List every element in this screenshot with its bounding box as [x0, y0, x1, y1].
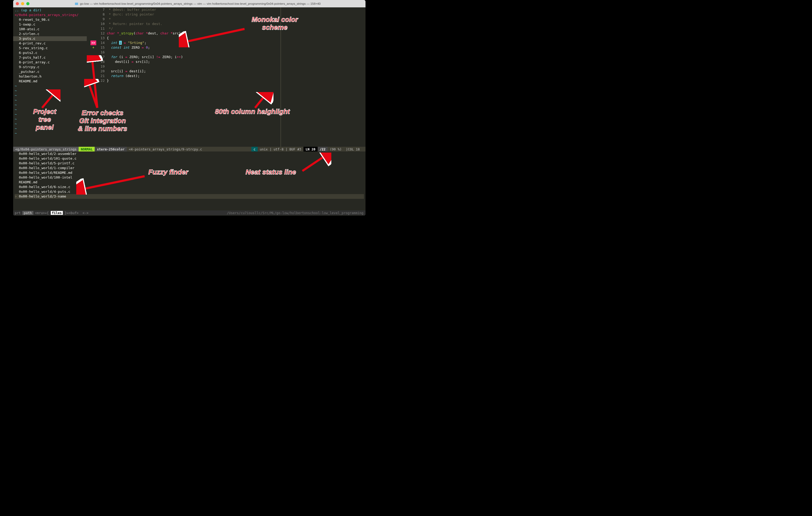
tree-file[interactable]: 9-strcpy.c [13, 65, 87, 69]
empty-line-tilde: ~ [13, 112, 87, 117]
titlebar: go-low — vim holbertonschool-low-level_p… [13, 0, 366, 7]
fuzzy-result[interactable]: 0x00-hello_world/2-assembler [15, 151, 364, 156]
fuzzy-result[interactable]: 0x00-hello_world/5-printf.c [15, 161, 364, 166]
line-number-column: 78910111213141516171819202122 [96, 7, 107, 147]
line-number: 7 [96, 7, 107, 12]
code-line[interactable]: * Return: pointer to dest. [107, 22, 366, 26]
fuzzy-result[interactable]: README.md [15, 180, 364, 184]
tree-file[interactable]: README.md [13, 79, 87, 84]
fuzzy-result-selected[interactable]: > 0x00-hello_world/3-name [15, 194, 364, 199]
line-number: 10 [96, 22, 107, 26]
empty-line-tilde: ~ [13, 121, 87, 126]
tree-file[interactable]: 4-print_rev.c [13, 41, 87, 46]
gutter-sign [90, 36, 96, 40]
code-line[interactable]: char *_strcpy(char *dest, char *src) [107, 31, 366, 36]
fuzzy-result[interactable]: 0x00-hello_world/1-compiler [15, 166, 364, 170]
code-line[interactable]: * [107, 17, 366, 22]
gutter-sign [90, 17, 96, 22]
tree-file[interactable]: 5-rev_string.c [13, 46, 87, 51]
line-number: 21 [96, 74, 107, 78]
command-prompt[interactable]: >>> _ [13, 215, 366, 216]
fuzzy-result[interactable]: 0x00-hello_world/README.md [15, 170, 364, 175]
tree-file[interactable]: 2-strlen.c [13, 32, 87, 36]
code-line[interactable]: * @dest: buffer pointer [107, 7, 366, 12]
workspace: .. (up a dir)</0x04-pointers_arrays_stri… [13, 7, 366, 147]
gutter-sign [90, 59, 96, 64]
tree-file[interactable]: 3-puts.c [13, 36, 87, 41]
empty-line-tilde: ~ [13, 98, 87, 103]
title-folder: go-low [80, 2, 89, 5]
status-line: <g/0x04-pointers_arrays_strings NORMAL x… [13, 147, 366, 151]
line-number: 18 [96, 59, 107, 64]
code-line[interactable]: dest[i] = src[i]; [107, 59, 366, 64]
gutter-sign [90, 26, 96, 31]
code-line[interactable]: return (dest); [107, 74, 366, 78]
line-number: 13 [96, 36, 107, 40]
line-number: 17 [96, 55, 107, 59]
empty-line-tilde: ~ [13, 93, 87, 98]
code-line[interactable]: src[i] = dest[i]; [107, 69, 366, 74]
window-title: go-low — vim holbertonschool-low-level_p… [33, 2, 363, 5]
code-line[interactable]: const int ZERO = 0; [107, 45, 366, 50]
line-number: 20 [96, 69, 107, 74]
tree-file[interactable]: 8-print_array.c [13, 60, 87, 65]
code-line[interactable]: { [107, 36, 366, 40]
ctrlp-path: path [22, 211, 33, 215]
gutter-sign [90, 12, 96, 17]
fuzzy-result[interactable]: 0x00-hello_world/100-intel [15, 175, 364, 180]
gutter-sign: + [90, 45, 96, 50]
empty-line-tilde: ~ [13, 117, 87, 121]
minimize-icon[interactable] [21, 2, 24, 5]
code-line[interactable]: for (i = ZERO; src[i] != ZERO; i++) [107, 55, 366, 59]
gutter-sign [90, 7, 96, 12]
code-line[interactable]: */ [107, 26, 366, 31]
gutter-sign: ~ [90, 69, 96, 74]
code-line[interactable]: * @src: string pointer [107, 12, 366, 17]
traffic-lights [16, 2, 29, 5]
status-percent: (90 %) [328, 147, 344, 151]
tree-file[interactable]: holberton.h [13, 74, 87, 79]
gutter-sign [90, 74, 96, 78]
empty-line-tilde: ~ [13, 107, 87, 112]
code-line[interactable]: int i = "Srting"; [107, 40, 366, 45]
status-col: | COL 18 [344, 147, 362, 151]
project-tree[interactable]: .. (up a dir)</0x04-pointers_arrays_stri… [13, 7, 87, 147]
fuzzy-finder[interactable]: 0x00-hello_world/2-assembler 0x00-hello_… [13, 151, 366, 210]
tree-file[interactable]: 100-atoi.c [13, 27, 87, 32]
status-file: <4-pointers_arrays_strings/9-strcpy.c [127, 147, 204, 151]
tree-current-dir[interactable]: </0x04-pointers_arrays_strings/ [13, 12, 87, 17]
code-line[interactable] [107, 50, 366, 55]
tree-file[interactable]: 6-puts2.c [13, 51, 87, 55]
fuzzy-result[interactable]: 0x00-hello_world/4-puts.c [15, 189, 364, 194]
zoom-icon[interactable] [26, 2, 29, 5]
status-term: xterm-256color [95, 147, 126, 151]
empty-line-tilde: ~ [13, 131, 87, 136]
gutter-sign [90, 31, 96, 36]
column-80-highlight [280, 7, 281, 147]
title-rest: — vim holbertonschool-low-level_programm… [90, 2, 321, 5]
empty-line-tilde: ~ [13, 88, 87, 93]
terminal-window: go-low — vim holbertonschool-low-level_p… [13, 0, 366, 216]
status-line-label: LN 20 [303, 147, 318, 151]
code-line[interactable]: } [107, 78, 366, 83]
status-cwd: <g/0x04-pointers_arrays_strings [13, 147, 79, 151]
line-number: 11 [96, 26, 107, 31]
code-area[interactable]: * @dest: buffer pointer * @src: string p… [107, 7, 366, 147]
editor[interactable]: >>+~~ 78910111213141516171819202122 * @d… [90, 7, 366, 147]
tree-file[interactable]: _putchar.c [13, 69, 87, 74]
tree-file[interactable]: 0-reset_to_98.c [13, 17, 87, 22]
line-number: 19 [96, 64, 107, 69]
empty-line-tilde: ~ [13, 126, 87, 131]
line-number: 12 [96, 31, 107, 36]
gutter-sign [90, 22, 96, 26]
line-number: 9 [96, 17, 107, 22]
tree-up-dir[interactable]: .. (up a dir) [13, 8, 87, 12]
fuzzy-result[interactable]: 0x00-hello_world/101-quote.c [15, 156, 364, 161]
fuzzy-result[interactable]: 0x00-hello_world/6-size.c [15, 184, 364, 189]
ctrlp-prt: prt [13, 211, 22, 215]
code-line[interactable] [107, 64, 366, 69]
close-icon[interactable] [16, 2, 19, 5]
tree-file[interactable]: 7-puts_half.c [13, 55, 87, 60]
folder-icon [75, 3, 78, 5]
tree-file[interactable]: 1-swap.c [13, 22, 87, 27]
